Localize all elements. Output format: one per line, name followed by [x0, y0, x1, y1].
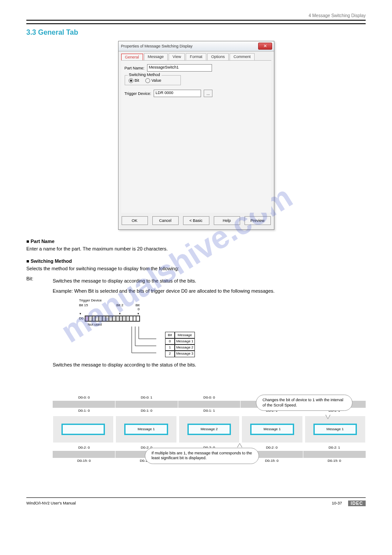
frame: Message 1: [241, 416, 302, 443]
def-switch-heading: ■ Switching Method: [26, 258, 366, 264]
frame: Message 1: [305, 416, 366, 443]
callout-pointer-icon: [237, 443, 242, 447]
switching-method-group: Switching Method Bit Value: [125, 75, 181, 85]
frame: Message 1: [115, 416, 176, 443]
message-display: Message 2: [187, 424, 231, 435]
bit-diagram: Trigger Device Bit 15 Bit 2 Bit 0 D0: [79, 298, 366, 357]
message-display: Message 1: [313, 424, 357, 435]
bit-2-cell: 2: [165, 350, 175, 357]
close-button[interactable]: ✕: [258, 43, 272, 50]
arrow-down-icon: [106, 311, 133, 316]
trigger-device-input[interactable]: LDR 0000: [154, 90, 201, 97]
idec-logo: IDEC: [348, 501, 366, 506]
not-used-label: Not used: [88, 323, 102, 326]
message-display: Message 1: [124, 424, 168, 435]
properties-dialog: Properties of Message Switching Display …: [118, 41, 274, 230]
dialog-body: Part Name: MessageSwitch1 Switching Meth…: [121, 60, 271, 213]
tab-strip: General Message View Format Options Comm…: [119, 51, 274, 60]
radio-value[interactable]: Value: [145, 78, 161, 83]
callout-bottom: If multiple bits are 1, the message that…: [145, 448, 259, 464]
page-footer: WindO/I-NV2 User's Manual 10-37 IDEC: [26, 497, 366, 506]
def-partname-heading: ■ Part Name: [26, 239, 366, 244]
strip-label: D0-2: 1: [303, 445, 366, 451]
radio-icon: [129, 78, 133, 83]
dialog-titlebar: Properties of Message Switching Display …: [119, 41, 274, 51]
strip-label: D0-0: 1: [115, 395, 178, 401]
close-icon: ✕: [263, 44, 267, 48]
tab-comment[interactable]: Comment: [230, 53, 255, 60]
tab-view[interactable]: View: [169, 53, 185, 60]
bit0-label: Bit 0: [133, 303, 140, 311]
strip-label: D0-1: 1: [178, 408, 241, 414]
radio-bit-label: Bit: [135, 78, 140, 83]
cancel-button[interactable]: Cancel: [152, 216, 179, 225]
bit15-label: Bit 15: [79, 303, 106, 311]
ok-button[interactable]: OK: [122, 216, 148, 225]
bit-word: [85, 316, 140, 322]
callout-pointer-icon: [325, 415, 331, 419]
tab-general[interactable]: General: [121, 54, 143, 61]
arrow-down-icon: [79, 311, 106, 316]
frames-row: Message 1 Message 2 Message 1 Message 1: [53, 416, 366, 443]
message-display: [61, 424, 105, 435]
tab-format[interactable]: Format: [186, 53, 206, 60]
bit-label: Bit:: [26, 276, 40, 490]
msg-3-cell: Message 3: [175, 350, 195, 357]
basic-button[interactable]: < Basic: [183, 216, 209, 225]
tab-options[interactable]: Options: [207, 53, 229, 60]
tab-message[interactable]: Message: [144, 53, 168, 60]
strip-label: D0-2: 0: [53, 445, 115, 451]
frame: [53, 416, 114, 443]
help-button[interactable]: Help: [214, 216, 240, 225]
radio-icon: [145, 78, 150, 83]
footer-ref: WindO/I-NV2 User's Manual: [26, 501, 76, 505]
arrow-down-icon: [133, 311, 140, 316]
bit-example-intro: Example: When Bit is selected and the bi…: [53, 288, 366, 294]
dialog-footer: OK Cancel < Basic Help Preview: [119, 213, 274, 229]
radio-bit[interactable]: Bit: [129, 78, 140, 83]
message-display: Message 1: [250, 424, 294, 435]
strip-label: D0-0: 0: [53, 395, 115, 401]
def-partname-text: Enter a name for the part. The maximum n…: [26, 246, 366, 252]
trigger-device-label: Trigger Device:: [125, 91, 151, 96]
dialog-title: Properties of Message Switching Display: [121, 44, 193, 48]
part-name-label: Part Name:: [125, 66, 145, 70]
connector-lines: [130, 326, 165, 357]
def-switch-text: Selects the method for switching message…: [26, 265, 366, 272]
section-heading: 3.3 General Tab: [26, 29, 366, 36]
page-header: 4 Message Switching Display: [26, 13, 366, 18]
bit-desc-1: Switches the message to display accordin…: [53, 278, 366, 284]
group-title: Switching Method: [128, 73, 162, 77]
d0-label: D0: [79, 316, 83, 320]
strip-label: D0-1: 0: [115, 408, 178, 414]
preview-button[interactable]: Preview: [245, 216, 271, 225]
rule: [26, 20, 366, 21]
switches-desc: Switches the message to display accordin…: [53, 362, 366, 368]
trigger-device-header: Trigger Device: [79, 298, 366, 302]
rule: [26, 23, 366, 24]
strip-label: D0-0: 0: [178, 395, 241, 401]
frame: Message 2: [179, 416, 240, 443]
filmstrip-example: Changes the bit of device to 1 with the …: [53, 395, 366, 464]
header-right: 4 Message Switching Display: [309, 13, 366, 18]
bit2-label: Bit 2: [106, 303, 133, 311]
browse-button[interactable]: ...: [204, 90, 212, 97]
footer-page: 10-37: [332, 501, 342, 505]
strip-label: D0-1: 0: [53, 408, 115, 414]
radio-value-label: Value: [151, 78, 161, 83]
strip-label: D0-15: 0: [53, 458, 115, 464]
callout-top: Changes the bit of device to 1 with the …: [256, 395, 352, 411]
strip-label: D0-15: 0: [303, 458, 366, 464]
part-name-input[interactable]: MessageSwitch1: [147, 64, 212, 72]
